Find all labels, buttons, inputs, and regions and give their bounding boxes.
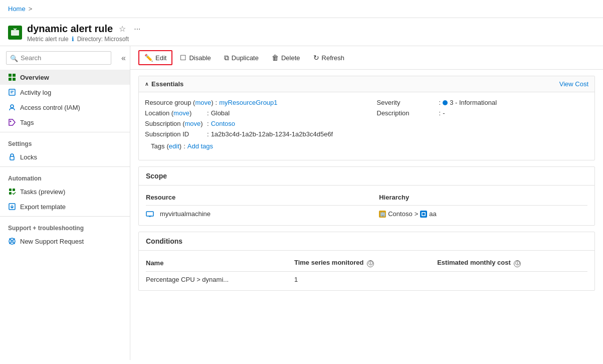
duplicate-button[interactable]: ⧉ Duplicate	[219, 51, 264, 65]
tenant-icon: 🏢	[379, 211, 386, 218]
section-title-settings: Settings	[0, 134, 130, 149]
move-rg-link[interactable]: move	[195, 99, 211, 106]
move-location-link[interactable]: move	[173, 109, 189, 117]
view-cost-link[interactable]: View Cost	[559, 80, 588, 88]
page-icon	[8, 26, 22, 40]
delete-button[interactable]: 🗑 Delete	[266, 51, 306, 65]
essentials-row-rg: Resource group (move) : myResourceGroup1	[145, 97, 357, 108]
description-text: -	[443, 109, 445, 117]
conditions-table-row: Percentage CPU > dynami... 1	[146, 271, 587, 285]
condition-name-cell: Percentage CPU > dynami...	[146, 271, 294, 285]
tags-label: Tags	[151, 142, 164, 150]
label-subscription-id: Subscription ID	[145, 130, 205, 138]
main-content: ∧ Essentials View Cost Resource group (m…	[130, 70, 603, 297]
refresh-button[interactable]: ↻ Refresh	[308, 51, 350, 65]
move-subscription-link[interactable]: move	[184, 120, 200, 127]
svg-rect-2	[13, 74, 16, 77]
tags-edit-link[interactable]: edit	[169, 142, 179, 150]
conditions-col-cost: Estimated monthly cost ⓘ	[437, 256, 587, 271]
top-bar: Home >	[0, 0, 603, 18]
scope-table-header: Resource Hierarchy	[146, 191, 587, 206]
locks-icon	[8, 153, 16, 161]
svg-rect-0	[11, 30, 19, 36]
essentials-row-severity: Severity : 3 - Informational	[377, 97, 589, 108]
sidebar-label-tags: Tags	[20, 119, 34, 126]
disable-icon: ☐	[180, 54, 186, 62]
essentials-title: ∧ Essentials	[145, 80, 183, 88]
svg-rect-13	[9, 192, 12, 195]
more-button[interactable]: ···	[132, 23, 142, 36]
add-tags-link[interactable]: Add tags	[187, 142, 213, 150]
condition-time-series-cell: 1	[294, 271, 437, 285]
overview-icon	[8, 73, 16, 81]
rg-value-link[interactable]: myResourceGroup1	[219, 99, 277, 106]
sidebar-item-locks[interactable]: Locks	[0, 149, 130, 164]
collapse-button[interactable]: «	[117, 52, 130, 65]
sidebar-item-tags[interactable]: Tags	[0, 115, 130, 130]
scope-header: Scope	[139, 167, 594, 186]
support-icon	[8, 237, 16, 245]
search-icon: 🔍	[10, 54, 18, 62]
time-series-info-icon[interactable]: ⓘ	[367, 260, 374, 267]
duplicate-icon: ⧉	[224, 54, 229, 62]
sidebar-label-export-template: Export template	[20, 203, 66, 211]
scope-table: Resource Hierarchy myvirtualmachin	[146, 191, 587, 220]
breadcrumb-separator: >	[29, 5, 33, 13]
tags-row: Tags (edit) : Add tags	[145, 139, 588, 155]
essentials-section: ∧ Essentials View Cost Resource group (m…	[138, 76, 595, 160]
essentials-title-text: Essentials	[151, 80, 183, 88]
value-subscription: : Contoso	[207, 120, 235, 127]
value-location: : Global	[207, 109, 230, 117]
scope-col-hierarchy: Hierarchy	[379, 191, 587, 206]
sidebar: 🔍 « Overview Activity log Access control…	[0, 46, 130, 360]
nav-divider-support	[0, 216, 130, 217]
disable-label: Disable	[189, 54, 211, 62]
sidebar-label-locks: Locks	[20, 153, 37, 161]
tags-edit-wrap: (edit)	[166, 142, 181, 150]
hierarchy-tenant: Contoso	[388, 210, 412, 218]
sidebar-item-activity-log[interactable]: Activity log	[0, 85, 130, 100]
svg-point-9	[10, 121, 12, 122]
severity-text: 3 - Informational	[450, 99, 497, 106]
svg-point-8	[11, 105, 14, 108]
search-input[interactable]	[6, 51, 111, 65]
location-text: Global	[211, 109, 230, 117]
hierarchy-cell: 🏢 Contoso > aa	[379, 210, 583, 218]
vm-icon	[146, 210, 158, 218]
edit-button[interactable]: ✏️ Edit	[138, 50, 172, 65]
label-description: Description	[377, 109, 437, 117]
nav-divider-settings	[0, 132, 130, 132]
svg-rect-4	[13, 78, 16, 81]
scope-section: Scope Resource Hierarchy	[138, 166, 595, 226]
edit-label: Edit	[155, 54, 166, 62]
svg-rect-12	[13, 189, 15, 191]
sidebar-item-new-support-request[interactable]: New Support Request	[0, 234, 130, 249]
sidebar-item-export-template[interactable]: Export template	[0, 199, 130, 214]
subscription-icon	[420, 211, 427, 218]
breadcrumb-home[interactable]: Home	[8, 5, 26, 13]
cost-info-icon[interactable]: ⓘ	[514, 260, 521, 267]
scope-body: Resource Hierarchy myvirtualmachin	[139, 186, 594, 225]
page-header: dynamic alert rule ☆ ··· Metric alert ru…	[0, 18, 603, 46]
delete-label: Delete	[281, 54, 300, 62]
essentials-row-subscription-id: Subscription ID : 1a2b3c4d-1a2b-12ab-123…	[145, 129, 357, 139]
value-subscription-id: : 1a2b3c4d-1a2b-12ab-1234-1a2b3c4d5e6f	[207, 130, 333, 138]
conditions-body: Name Time series monitored ⓘ Estimated m…	[139, 251, 594, 290]
right-panel: ✏️ Edit ☐ Disable ⧉ Duplicate 🗑 Delete ↻…	[130, 46, 603, 360]
main-layout: 🔍 « Overview Activity log Access control…	[0, 46, 603, 360]
star-button[interactable]: ☆	[117, 22, 128, 36]
sidebar-item-tasks[interactable]: Tasks (preview)	[0, 184, 130, 199]
conditions-header: Conditions	[139, 232, 594, 251]
sidebar-item-access-control[interactable]: Access control (IAM)	[0, 100, 130, 115]
subscription-value-link[interactable]: Contoso	[211, 120, 235, 127]
tags-colon: :	[183, 142, 185, 150]
scope-col-resource: Resource	[146, 191, 379, 206]
disable-button[interactable]: ☐ Disable	[174, 51, 216, 65]
delete-icon: 🗑	[272, 54, 279, 62]
sidebar-item-overview[interactable]: Overview	[0, 70, 130, 85]
svg-rect-10	[10, 156, 14, 160]
subscription-id-text: 1a2b3c4d-1a2b-12ab-1234-1a2b3c4d5e6f	[211, 130, 333, 138]
nav-divider-automation	[0, 166, 130, 167]
col-time-series-text: Time series monitored	[294, 259, 363, 266]
scope-resource-cell: myvirtualmachine	[146, 206, 379, 221]
